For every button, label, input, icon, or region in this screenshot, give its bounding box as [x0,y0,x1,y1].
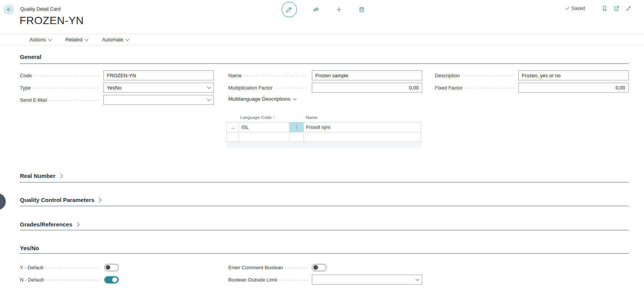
type-label: Type [20,85,31,91]
side-panel-handle[interactable] [0,193,6,210]
multiplication-factor-label: Multiplication Factor [228,85,273,91]
menu-automate[interactable]: Automate [102,37,129,42]
column-language-code[interactable]: Language Code ↑ [239,115,289,120]
n-default-toggle[interactable] [104,276,119,283]
bookmark-button[interactable] [601,5,608,11]
sort-ascending-icon: ↑ [273,115,275,120]
general-column-1: Code FROZEN-YN Type YesNo Send E-Mail [20,70,214,107]
general-column-3: Description Frozen, yes or no Fixed Fact… [435,70,629,95]
name-cell[interactable]: Frosið sýni [304,122,421,132]
back-arrow-icon [6,7,12,13]
send-email-label: Send E-Mail [20,97,47,103]
language-code-cell[interactable] [239,132,290,142]
multiplication-factor-input[interactable]: 0,00 [312,83,422,93]
section-grades-references[interactable]: Grades/References [20,221,629,230]
general-column-2: Name Frozen sample Multiplication Factor… [228,70,422,102]
multilanguage-table: Language Code ↑ Name → ISL ⋮ Frosið sýni [226,113,421,148]
chevron-down-icon [85,37,88,41]
share-button[interactable] [313,6,320,13]
code-label: Code [20,73,32,78]
back-button[interactable] [3,4,14,15]
chevron-down-icon [293,96,297,100]
delete-button[interactable] [358,6,365,13]
boolean-outside-limit-label: Boolean Outside Limit [228,277,277,283]
column-name[interactable]: Name [303,115,421,120]
open-in-new-window-button[interactable] [613,5,620,11]
field-description: Description Frozen, yes or no [435,70,629,80]
popout-icon [613,5,620,11]
table-row: → ISL ⋮ Frosið sýni [227,122,421,132]
fixed-factor-input[interactable]: 0,00 [518,83,629,93]
window-controls: Saved [565,5,632,11]
share-icon [313,6,320,13]
n-default-label: N - Default [20,277,44,283]
row-menu-cell[interactable] [290,132,304,142]
enter-comment-boolean-toggle[interactable] [312,264,326,271]
chevron-down-icon [126,37,129,41]
description-label: Description [435,73,460,78]
section-yes-no-heading[interactable]: Yes/No [20,245,629,254]
action-menubar: Actions Related Automate [0,34,644,46]
field-enter-comment-boolean: Enter Comment Boolean [228,262,326,272]
y-default-label: Y - Default [20,265,43,270]
field-name: Name Frozen sample [228,70,422,80]
field-y-default: Y - Default [20,262,119,272]
chevron-down-icon [48,37,52,41]
type-select[interactable]: YesNo [103,83,214,93]
section-quality-control-parameters[interactable]: Quality Control Parameters [20,197,629,206]
field-code: Code FROZEN-YN [20,70,214,80]
chevron-down-icon [207,98,211,101]
y-default-toggle[interactable] [104,264,119,271]
menu-related[interactable]: Related [66,37,88,42]
collapse-button[interactable] [626,5,632,11]
enter-comment-boolean-label: Enter Comment Boolean [228,265,283,270]
field-fixed-factor: Fixed Factor 0,00 [435,83,629,93]
section-real-number[interactable]: Real Number [20,173,629,182]
field-boolean-outside-limit: Boolean Outside Limit [228,275,422,285]
name-cell[interactable] [304,132,421,142]
bookmark-icon [601,5,608,11]
chevron-down-icon [207,85,211,89]
chevron-down-icon [416,277,420,281]
row-menu-icon[interactable]: ⋮ [290,122,304,132]
edit-button[interactable] [282,2,297,17]
table-footer [226,142,421,148]
description-input[interactable]: Frozen, yes or no [518,70,629,80]
table-row [227,132,421,142]
name-input[interactable]: Frozen sample [312,70,422,80]
page-caption: Quality Detail Card [20,7,61,12]
plus-icon [336,6,342,13]
name-label: Name [228,73,242,78]
boolean-outside-limit-select[interactable] [312,275,422,285]
field-n-default: N - Default [20,275,119,285]
yesno-column-2: Enter Comment Boolean Boolean Outside Li… [228,262,422,287]
check-icon [565,6,570,11]
field-multiplication-factor: Multiplication Factor 0,00 [228,83,422,93]
menu-actions[interactable]: Actions [29,37,51,42]
send-email-select[interactable] [103,95,214,105]
chevron-right-icon [75,222,79,226]
new-button[interactable] [336,6,342,13]
page-title: FROZEN-YN [20,15,84,27]
yesno-column-1: Y - Default N - Default [20,262,214,287]
save-status: Saved [565,6,585,11]
language-code-cell[interactable]: ISL [239,122,290,132]
fixed-factor-label: Fixed Factor [435,85,462,91]
section-general-heading[interactable]: General [20,54,629,64]
code-input[interactable]: FROZEN-YN [103,70,214,80]
multilanguage-descriptions-group[interactable]: Multilanguage Descriptions [228,96,422,102]
chevron-right-icon [97,198,102,202]
collapse-arrows-icon [626,5,632,11]
chevron-right-icon [58,174,62,178]
row-indicator-icon: → [227,122,239,132]
table-header: Language Code ↑ Name [226,113,421,122]
field-type: Type YesNo [20,83,214,93]
record-toolbar [282,2,365,18]
field-send-email: Send E-Mail [20,95,214,105]
pencil-icon [286,6,293,13]
trash-icon [358,6,365,13]
